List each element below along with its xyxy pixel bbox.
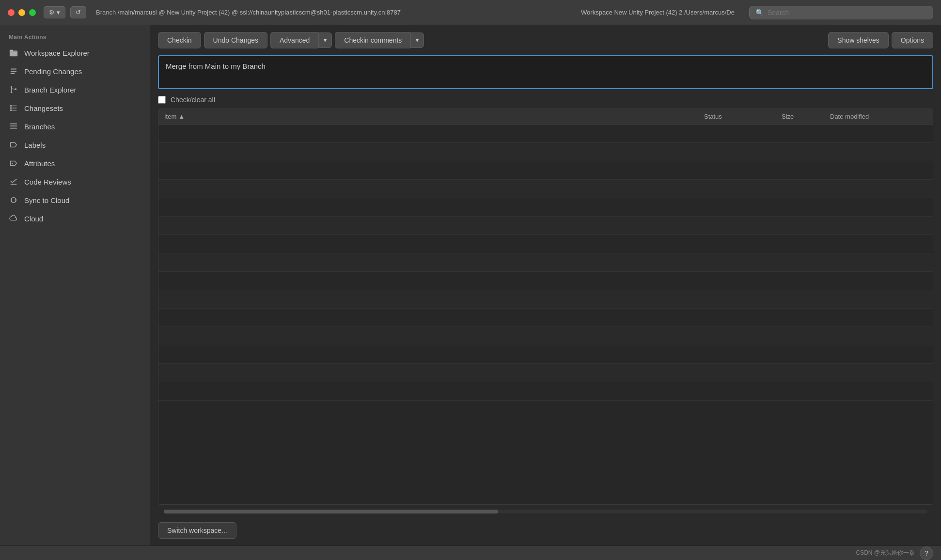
svg-rect-18 xyxy=(10,128,17,129)
table-row xyxy=(158,161,933,180)
table-row xyxy=(158,217,933,235)
sidebar-item-label: Sync to Cloud xyxy=(24,196,69,204)
sidebar-item-label: Branches xyxy=(24,123,55,131)
checkin-comments-dropdown: Checkin comments ▾ xyxy=(335,32,424,48)
branch-icon xyxy=(9,85,18,94)
advanced-dropdown: Advanced ▾ xyxy=(270,32,332,48)
watermark-text: CSDN @充头给你一拳 xyxy=(856,549,915,557)
titlebar: ⚙ ▾ ↺ Branch /main/marcusl @ New Unity P… xyxy=(0,0,941,25)
at1: @ xyxy=(158,9,165,16)
sidebar-item-labels[interactable]: Labels xyxy=(0,136,150,154)
table-row xyxy=(158,364,933,382)
column-header-size[interactable]: Size xyxy=(782,113,830,120)
sidebar: Main Actions Workspace Explorer Pending … xyxy=(0,25,150,545)
sidebar-item-pending-changes[interactable]: Pending Changes xyxy=(0,62,150,80)
checkin-comments-dropdown-arrow[interactable]: ▾ xyxy=(410,32,424,48)
refresh-button[interactable]: ↺ xyxy=(70,6,86,18)
file-table-body xyxy=(158,124,933,504)
workspace-info: Workspace New Unity Project (42) 2 /User… xyxy=(581,9,735,16)
sidebar-item-branch-explorer[interactable]: Branch Explorer xyxy=(0,80,150,99)
table-row xyxy=(158,180,933,198)
minimize-button[interactable] xyxy=(18,9,25,16)
search-icon: 🔍 xyxy=(755,9,764,16)
show-shelves-button[interactable]: Show shelves xyxy=(828,32,888,48)
search-bar[interactable]: 🔍 xyxy=(749,6,933,19)
sidebar-section-label: Main Actions xyxy=(0,30,150,44)
table-row xyxy=(158,272,933,290)
table-row xyxy=(158,124,933,143)
checkin-comments-button[interactable]: Checkin comments xyxy=(335,32,410,48)
table-row xyxy=(158,345,933,364)
check-clear-label[interactable]: Check/clear all xyxy=(171,96,215,104)
changesets-icon xyxy=(9,103,18,113)
sidebar-item-label: Attributes xyxy=(24,159,55,168)
sidebar-item-cloud[interactable]: Cloud xyxy=(0,209,150,228)
branch-path: /main/marcusl xyxy=(118,9,157,16)
sidebar-item-label: Branch Explorer xyxy=(24,86,77,94)
file-table: Item ▲ Status Size Date modified xyxy=(158,109,933,505)
column-header-item[interactable]: Item ▲ xyxy=(164,113,704,120)
sidebar-item-sync-to-cloud[interactable]: Sync to Cloud xyxy=(0,191,150,209)
pending-icon xyxy=(9,66,18,76)
svg-point-19 xyxy=(12,163,13,164)
scrollbar-thumb[interactable] xyxy=(164,510,498,513)
svg-rect-2 xyxy=(11,69,17,70)
switch-workspace-button[interactable]: Switch workspace... xyxy=(158,522,236,539)
sidebar-item-workspace-explorer[interactable]: Workspace Explorer xyxy=(0,44,150,62)
main-layout: Main Actions Workspace Explorer Pending … xyxy=(0,25,941,545)
table-row xyxy=(158,198,933,217)
sidebar-item-code-reviews[interactable]: Code Reviews xyxy=(0,172,150,191)
advanced-dropdown-arrow[interactable]: ▾ xyxy=(318,32,332,48)
svg-point-12 xyxy=(10,109,12,111)
horizontal-scrollbar[interactable] xyxy=(158,507,933,516)
svg-rect-16 xyxy=(10,124,17,124)
sync-icon xyxy=(9,195,18,205)
toolbar: Checkin Undo Changes Advanced ▾ Checkin … xyxy=(158,32,933,48)
comment-textarea[interactable] xyxy=(158,55,933,89)
svg-rect-3 xyxy=(11,71,17,72)
column-header-status[interactable]: Status xyxy=(704,113,782,120)
undo-changes-button[interactable]: Undo Changes xyxy=(204,32,267,48)
content-area: Checkin Undo Changes Advanced ▾ Checkin … xyxy=(150,25,941,545)
sidebar-item-changesets[interactable]: Changesets xyxy=(0,99,150,117)
attribute-icon xyxy=(9,158,18,168)
sidebar-item-label: Code Reviews xyxy=(24,178,71,186)
server-address: ssl://chinaunityplasticscm@sh01-plastics… xyxy=(240,9,401,16)
advanced-button[interactable]: Advanced xyxy=(270,32,318,48)
table-row xyxy=(158,253,933,272)
check-clear-row: Check/clear all xyxy=(158,96,933,104)
branches-icon xyxy=(9,122,18,131)
table-row xyxy=(158,290,933,309)
sidebar-item-attributes[interactable]: Attributes xyxy=(0,154,150,172)
traffic-lights xyxy=(8,9,36,16)
gear-icon: ⚙ xyxy=(49,9,55,16)
branch-label: Branch xyxy=(96,9,116,16)
help-button[interactable]: ? xyxy=(920,546,933,560)
close-button[interactable] xyxy=(8,9,15,16)
sidebar-item-branches[interactable]: Branches xyxy=(0,117,150,136)
svg-rect-1 xyxy=(10,50,13,52)
check-clear-checkbox[interactable] xyxy=(158,96,166,104)
search-input[interactable] xyxy=(768,9,927,16)
svg-point-6 xyxy=(11,92,13,93)
svg-rect-4 xyxy=(11,73,15,74)
checkin-button[interactable]: Checkin xyxy=(158,32,201,48)
sidebar-item-label: Cloud xyxy=(24,215,43,223)
file-table-header: Item ▲ Status Size Date modified xyxy=(158,109,933,124)
code-review-icon xyxy=(9,177,18,187)
maximize-button[interactable] xyxy=(29,9,36,16)
sidebar-item-label: Labels xyxy=(24,141,46,149)
svg-point-5 xyxy=(11,86,13,88)
gear-button[interactable]: ⚙ ▾ xyxy=(44,6,65,18)
cloud-icon xyxy=(9,214,18,223)
svg-point-11 xyxy=(10,107,12,109)
column-header-date-modified[interactable]: Date modified xyxy=(830,113,927,120)
at2: @ xyxy=(232,9,238,16)
workspace-name: New Unity Project (42) xyxy=(167,9,230,16)
options-button[interactable]: Options xyxy=(892,32,933,48)
branch-info: Branch /main/marcusl @ New Unity Project… xyxy=(96,9,576,16)
scrollbar-track xyxy=(164,510,927,513)
svg-rect-17 xyxy=(10,125,17,126)
svg-line-9 xyxy=(12,89,15,89)
sidebar-item-label: Pending Changes xyxy=(24,67,82,76)
